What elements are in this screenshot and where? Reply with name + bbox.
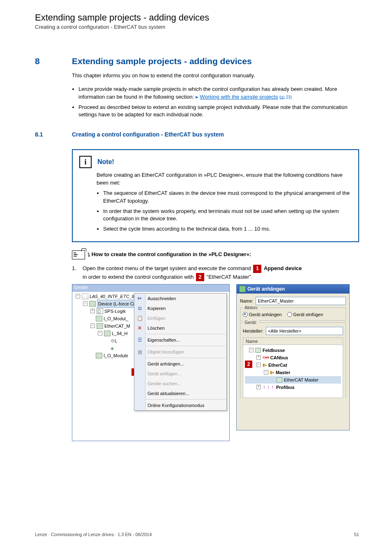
radio-dot-icon bbox=[243, 312, 248, 317]
ctx-cut[interactable]: ✂Ausschneiden bbox=[134, 294, 226, 303]
ctx-search-label: Geräte suchen... bbox=[148, 381, 181, 386]
expand-icon[interactable]: + bbox=[90, 309, 95, 313]
ethercat-icon: ▮▸ bbox=[263, 361, 267, 369]
intro-bullet-2: Proceed as described below to extend an … bbox=[78, 104, 359, 119]
dt-feldbusse-label: Feldbusse bbox=[263, 347, 285, 354]
collapse-icon[interactable]: − bbox=[256, 363, 261, 367]
ctx-add-label: Objekt hinzufügen bbox=[148, 349, 184, 354]
device-icon bbox=[89, 301, 96, 307]
tree-io-label: I_O_Modul_ bbox=[104, 315, 128, 322]
dt-ethercat-master[interactable]: EtherCAT Master bbox=[245, 376, 341, 384]
howto-title: How to create the control configuration … bbox=[92, 252, 251, 258]
svg-rect-2 bbox=[74, 256, 77, 257]
ctx-add-object: ▦Objekt hinzufügen bbox=[134, 347, 226, 357]
dt-profibus[interactable]: +⋮⋮⋮Profibus bbox=[245, 384, 341, 391]
sample-projects-link[interactable]: Working with the sample projects bbox=[200, 94, 278, 100]
pointer-icon: ⤵ bbox=[88, 252, 90, 258]
settings-panel-icon bbox=[72, 250, 85, 259]
section-intro: This chapter informs you on how to exten… bbox=[72, 72, 359, 80]
collapse-icon[interactable]: − bbox=[98, 331, 102, 335]
collapse-icon[interactable]: − bbox=[90, 324, 95, 328]
paste-icon: 📋 bbox=[136, 315, 143, 321]
radio-dot-icon bbox=[287, 312, 292, 317]
ctx-online-label: Online Konfigurationsmodus bbox=[148, 403, 204, 408]
step-1-number: 1. bbox=[72, 264, 83, 282]
note-paragraph: Before creating an EtherCAT configuratio… bbox=[97, 171, 352, 187]
footer-page-number: 51 bbox=[354, 532, 359, 537]
device-icon bbox=[104, 331, 111, 336]
ctx-search-devices: Geräte suchen... bbox=[134, 379, 226, 388]
intro-bullet-1: Lenze provide ready-made sample projects… bbox=[78, 86, 359, 101]
dialog-titlebar: Gerät anhängen bbox=[237, 284, 349, 294]
copy-icon: ⧉ bbox=[136, 305, 143, 312]
note-bullet-3: Select the cycle times according to the … bbox=[103, 225, 352, 233]
tree-l84-label: L_84_H bbox=[112, 330, 128, 337]
ctx-update-label: Gerät aktualisieren... bbox=[148, 391, 189, 396]
dt-ethercat[interactable]: −▮▸EtherCat bbox=[245, 361, 341, 369]
device-legend: Gerät: bbox=[243, 320, 259, 325]
add-icon: ▦ bbox=[136, 349, 143, 355]
subsection-title: Creating a control configuration - Ether… bbox=[72, 131, 224, 138]
svg-rect-0 bbox=[74, 252, 76, 253]
expand-icon[interactable]: + bbox=[256, 355, 261, 360]
ctx-update-device[interactable]: Gerät aktualisieren... bbox=[134, 388, 226, 398]
radio-append[interactable]: Gerät anhängen bbox=[243, 312, 282, 317]
properties-icon: ☰ bbox=[136, 337, 143, 343]
collapse-icon[interactable]: − bbox=[83, 301, 88, 306]
info-icon: i bbox=[79, 156, 92, 168]
radio-insert[interactable]: Gerät einfügen bbox=[287, 312, 323, 317]
device-group: Gerät: Hersteller: <Alle Hersteller> Nam… bbox=[240, 322, 346, 398]
device-icon bbox=[255, 348, 261, 353]
dialog-title: Gerät anhängen bbox=[247, 286, 285, 292]
action-group: Aktion: Gerät anhängen Gerät einfügen bbox=[240, 308, 346, 321]
ctx-properties[interactable]: ☰Eigenschaften... bbox=[134, 335, 226, 345]
device-icon bbox=[96, 316, 102, 321]
dt-master[interactable]: −▮▸Master bbox=[245, 369, 341, 376]
devices-panel-title: Geräte bbox=[72, 284, 229, 292]
svg-rect-1 bbox=[74, 254, 78, 255]
section-title: Extending sample projects - adding devic… bbox=[72, 56, 252, 66]
softmotion-icon: ◈ bbox=[111, 345, 114, 352]
can-icon: CAN bbox=[263, 354, 269, 361]
radio-append-label: Gerät anhängen bbox=[249, 312, 282, 317]
expand-icon[interactable]: + bbox=[256, 385, 261, 389]
ctx-insert-device: Gerät einfügen... bbox=[134, 369, 226, 379]
collapse-icon[interactable]: − bbox=[249, 348, 254, 352]
append-device-dialog: Gerät anhängen Name: EtherCAT_Master Akt… bbox=[236, 284, 350, 430]
collapse-icon[interactable]: − bbox=[76, 294, 80, 298]
dt-eth-label: EtherCat bbox=[268, 361, 287, 369]
radio-insert-label: Gerät einfügen bbox=[293, 312, 323, 317]
step-1a: Open the context menu of the target syst… bbox=[83, 265, 252, 271]
callout-1-icon: 1 bbox=[253, 265, 261, 273]
vendor-label: Hersteller: bbox=[243, 328, 263, 333]
tree-l-label: L bbox=[115, 337, 117, 345]
dt-feldbusse[interactable]: −Feldbusse bbox=[245, 347, 341, 354]
dt-canbus[interactable]: +CANCANbus bbox=[245, 354, 341, 361]
ctx-online-config[interactable]: Online Konfigurationsmodus bbox=[134, 400, 226, 410]
name-input[interactable]: EtherCAT_Master bbox=[256, 297, 346, 305]
vendor-select[interactable]: <Alle Hersteller> bbox=[266, 327, 343, 335]
page-header-title: Extending sample projects - adding devic… bbox=[35, 12, 359, 23]
page-header-subtitle: Creating a control configuration - Ether… bbox=[35, 24, 359, 30]
separator: _ _ _ _ _ _ _ _ _ _ _ _ _ _ _ _ _ _ _ _ … bbox=[35, 37, 359, 44]
ctx-prop-label: Eigenschaften... bbox=[148, 338, 180, 342]
ctx-append-device[interactable]: Gerät anhängen... bbox=[134, 359, 226, 369]
ctx-cut-label: Ausschneiden bbox=[148, 296, 176, 301]
device-icon bbox=[96, 353, 102, 358]
action-legend: Aktion: bbox=[243, 305, 260, 310]
ctx-paste-label: Einfügen bbox=[148, 316, 165, 321]
subsection-number: 8.1 bbox=[35, 131, 72, 138]
ctx-delete[interactable]: ✕Löschen bbox=[134, 323, 226, 333]
plc-icon bbox=[97, 308, 103, 314]
dt-master-label: Master bbox=[276, 369, 290, 376]
tree-sps-label: SPS-Logik bbox=[104, 308, 126, 315]
ctx-copy[interactable]: ⧉Kopieren bbox=[134, 303, 226, 313]
note-box: i Note! Before creating an EtherCAT conf… bbox=[72, 149, 359, 242]
step-1-text: Open the context menu of the target syst… bbox=[83, 264, 359, 282]
ctx-paste: 📋Einfügen bbox=[134, 313, 226, 323]
collapse-icon[interactable]: − bbox=[264, 370, 268, 375]
context-menu: ✂Ausschneiden ⧉Kopieren 📋Einfügen ✕Lösch… bbox=[134, 293, 227, 411]
device-table-header: Name bbox=[243, 338, 343, 345]
footer-left: Lenze · Commissioning of Lenze drives · … bbox=[35, 532, 152, 537]
cut-icon: ✂ bbox=[136, 295, 143, 302]
